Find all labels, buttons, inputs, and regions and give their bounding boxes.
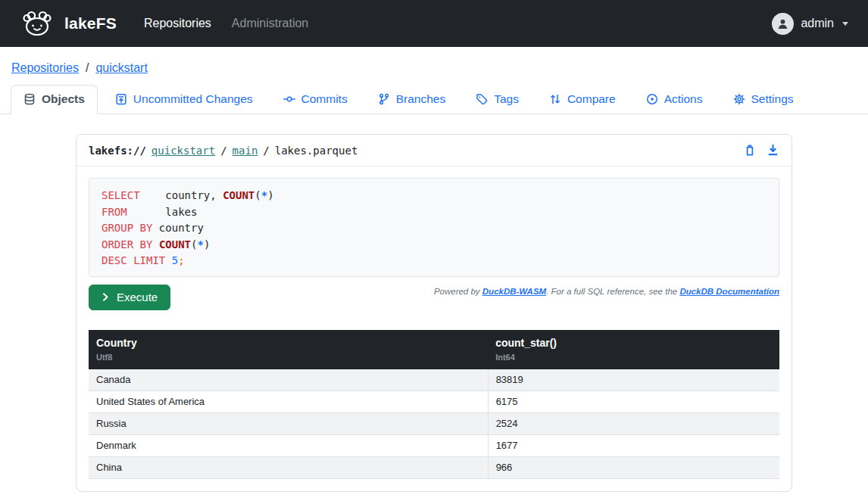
powered-by-note: Powered by DuckDB-WASM. For a full SQL r… — [434, 287, 779, 296]
download-icon — [767, 144, 779, 157]
download-object-button[interactable] — [767, 144, 779, 157]
nav-item-administration[interactable]: Administration — [232, 17, 308, 30]
duckdb-docs-link[interactable]: DuckDB Documentation — [679, 287, 779, 296]
path-branch-link[interactable]: main — [233, 145, 258, 157]
branch-icon — [378, 93, 390, 105]
nav-item-repositories[interactable]: Repositories — [144, 17, 211, 30]
results-table-header: Country Utf8 count_star() Int64 — [89, 330, 779, 369]
file-diff-icon — [115, 93, 127, 105]
repository-tab-bar: Objects Uncommitted Changes Commits — [0, 85, 868, 114]
tab-branches[interactable]: Branches — [365, 85, 458, 114]
results-table-body: Canada83819United States of America6175R… — [89, 369, 779, 479]
path-repo-link[interactable]: quickstart — [151, 145, 215, 157]
path-scheme: lakefs:// — [89, 145, 146, 157]
execute-button[interactable]: Execute — [89, 285, 170, 310]
lakefs-brand-link[interactable]: lakeFS — [20, 9, 117, 38]
table-cell: United States of America — [89, 391, 488, 413]
sql-line: GROUP BY country — [101, 220, 767, 237]
table-cell: 83819 — [488, 369, 779, 391]
brand-label: lakeFS — [64, 14, 117, 33]
powered-by-text: . For a full SQL reference, see the — [546, 287, 679, 296]
tab-label: Compare — [567, 92, 616, 106]
path-separator: / — [220, 145, 226, 157]
table-row: Russia2524 — [89, 413, 779, 435]
chevron-right-icon — [101, 292, 110, 302]
tab-label: Uncommitted Changes — [133, 92, 253, 106]
tab-label: Objects — [42, 92, 85, 106]
table-cell: Denmark — [89, 435, 488, 457]
caret-down-icon — [842, 22, 848, 26]
duckdb-wasm-link[interactable]: DuckDB-WASM — [482, 287, 546, 296]
tab-actions[interactable]: Actions — [633, 85, 716, 114]
copy-icon — [744, 144, 756, 157]
top-navbar: lakeFS Repositories Administration admin — [0, 0, 868, 47]
powered-by-text: Powered by — [434, 287, 482, 296]
tab-settings[interactable]: Settings — [720, 85, 807, 114]
path-file-name: lakes.parquet — [275, 145, 358, 157]
table-cell: Canada — [89, 369, 488, 391]
tag-icon — [476, 93, 488, 105]
tab-label: Actions — [664, 92, 703, 106]
compare-icon — [549, 93, 561, 105]
tab-commits[interactable]: Commits — [270, 85, 361, 114]
table-row: United States of America6175 — [89, 391, 779, 413]
sql-line: FROM lakes — [101, 204, 767, 221]
column-header-country: Country Utf8 — [89, 330, 488, 369]
breadcrumb-repo-link[interactable]: quickstart — [95, 61, 147, 75]
breadcrumb-repositories-link[interactable]: Repositories — [11, 61, 79, 75]
object-actions — [744, 144, 779, 157]
tab-uncommitted-changes[interactable]: Uncommitted Changes — [102, 85, 266, 114]
table-cell: 1677 — [488, 435, 779, 457]
tab-label: Settings — [751, 92, 794, 106]
tab-label: Tags — [494, 92, 519, 106]
commit-icon — [283, 93, 295, 105]
gear-icon — [733, 93, 745, 105]
table-cell: Russia — [89, 413, 488, 435]
object-path-bar: lakefs:// quickstart / main / lakes.parq… — [76, 135, 792, 166]
user-menu-toggle[interactable]: admin — [772, 13, 848, 35]
sql-line: DESC LIMIT 5; — [101, 253, 767, 269]
table-cell: 2524 — [488, 413, 779, 435]
sql-editor[interactable]: SELECT country, COUNT(*)FROM lakesGROUP … — [89, 178, 779, 277]
axolotl-logo-icon — [20, 9, 55, 38]
query-results-table: Country Utf8 count_star() Int64 Canada83… — [89, 330, 779, 479]
tab-label: Commits — [301, 92, 348, 106]
copy-path-button[interactable] — [744, 144, 756, 157]
table-row: China966 — [89, 457, 779, 479]
database-icon — [23, 93, 36, 105]
play-circle-icon — [646, 93, 658, 105]
table-row: Denmark1677 — [89, 435, 779, 457]
breadcrumb-separator: / — [86, 61, 89, 75]
path-separator: / — [263, 145, 269, 157]
column-name: Country — [96, 337, 480, 349]
navbar-links: Repositories Administration — [144, 17, 308, 30]
query-actions-row: Execute Powered by DuckDB-WASM. For a fu… — [89, 285, 779, 310]
object-viewer-card: lakefs:// quickstart / main / lakes.parq… — [76, 134, 792, 492]
column-header-count-star: count_star() Int64 — [488, 330, 779, 369]
tab-compare[interactable]: Compare — [536, 85, 629, 114]
sql-line: SELECT country, COUNT(*) — [101, 188, 767, 204]
table-cell: 966 — [488, 457, 779, 479]
execute-label: Execute — [117, 291, 158, 303]
object-card-body: SELECT country, COUNT(*)FROM lakesGROUP … — [76, 166, 792, 491]
avatar — [772, 13, 794, 35]
column-name: count_star() — [495, 337, 772, 349]
table-row: Canada83819 — [89, 369, 779, 391]
tab-tags[interactable]: Tags — [463, 85, 532, 114]
breadcrumb: Repositories / quickstart — [0, 47, 868, 85]
tab-label: Branches — [396, 92, 445, 106]
sql-line: ORDER BY COUNT(*) — [101, 237, 767, 254]
person-icon — [776, 17, 789, 30]
table-cell: China — [89, 457, 488, 479]
column-type: Int64 — [495, 353, 772, 362]
user-name: admin — [801, 17, 834, 30]
table-cell: 6175 — [488, 391, 779, 413]
tab-objects[interactable]: Objects — [11, 85, 98, 114]
column-type: Utf8 — [96, 353, 480, 362]
